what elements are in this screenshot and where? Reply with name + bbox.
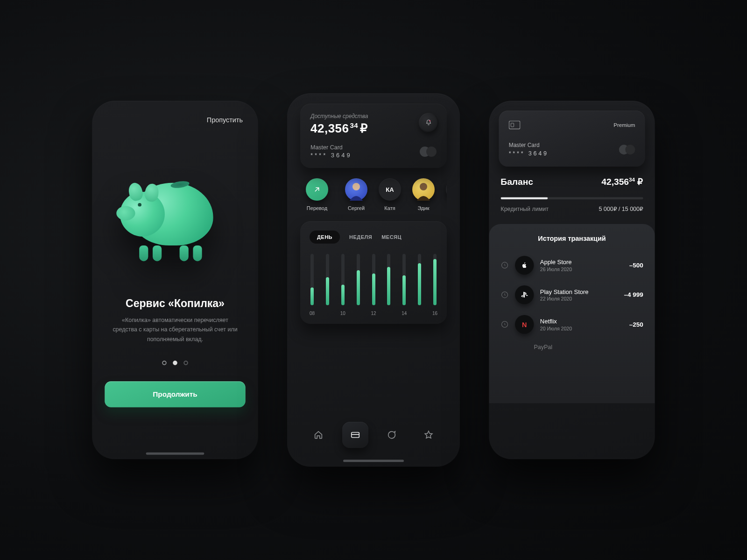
transactions-panel: История транзакций Apple Store26 Июля 20… [489,224,655,403]
merchant-icon [515,286,534,304]
credit-limit-value: 5 000₽ / 15 000₽ [599,206,643,212]
merchant-name: Apple Store [540,259,572,265]
nav-favorites[interactable] [416,422,442,448]
home-indicator[interactable] [343,460,404,462]
tab-day[interactable]: ДЕНЬ [310,231,340,244]
piggy-bank-illustration [105,145,245,288]
bar: 14 [402,254,407,316]
contact-avatar[interactable]: Эдик [407,178,440,211]
page-dots[interactable] [105,361,245,365]
mastercard-icon [420,147,437,157]
card-number-masked: **** 3649 [310,152,352,159]
transaction-amount: –4 999 [624,291,643,298]
bar: 16 [432,254,437,316]
mastercard-icon [619,145,635,154]
transaction-row[interactable]: NNetflix20 Июля 2020–250 [500,309,643,339]
home-icon [313,430,324,440]
card-brand: Master Card [310,144,352,151]
merchant-name: Netflix [540,318,572,324]
home-indicator[interactable] [146,453,204,455]
bar [418,254,421,316]
bar: 08 [310,254,315,316]
available-funds-card: Доступные средства 42,35634₽ Master Card… [300,104,447,168]
period-tabs: ДЕНЬ НЕДЕЛЯ МЕСЯЦ [310,231,437,244]
spending-chart-card: ДЕНЬ НЕДЕЛЯ МЕСЯЦ 0810121416 [300,221,447,324]
transaction-row[interactable]: Apple Store26 Июля 2020–500 [500,251,643,280]
star-icon [423,430,434,440]
svg-rect-6 [511,123,514,127]
onboarding-screen: Пропустить Сервис «Копилка» «Копилка» ав… [92,101,258,459]
balance-label: Баланс [500,177,533,187]
transaction-date: 20 Июля 2020 [540,325,572,331]
continue-button[interactable]: Продолжить [105,381,245,407]
onboarding-description: «Копилка» автоматически перечисляет сред… [105,316,245,344]
tab-month[interactable]: МЕСЯЦ [381,234,402,240]
arrow-up-right-icon [306,178,328,201]
clock-icon [500,291,508,299]
transaction-row[interactable]: Play Station Store22 Июля 2020–4 999 [500,280,643,309]
card-tier: Premium [613,122,635,128]
credit-limit-label: Кредитный лимит [500,206,549,212]
merchant-icon [515,256,534,274]
bar [387,254,390,316]
balance-amount: 42,35634 ₽ [601,176,643,187]
merchant-name: Play Station Store [540,288,589,295]
svg-rect-3 [352,433,359,438]
dashboard-screen: Доступные средства 42,35634₽ Master Card… [287,93,460,467]
contact-avatar[interactable]: Сергей [339,178,373,211]
bar-chart: 0810121416 [310,256,437,316]
onboarding-title: Сервис «Копилка» [105,297,245,309]
transactions-title: История транзакций [500,235,643,242]
transaction-amount: –500 [629,262,643,269]
clock-icon [500,261,508,269]
nav-chat[interactable] [379,422,405,448]
svg-point-1 [352,183,360,190]
credit-card[interactable]: Premium Master Card **** 3649 [499,111,645,167]
funds-label: Доступные средства [310,113,437,119]
notifications-button[interactable] [419,113,438,133]
quick-contacts: Перевод Сергей КА Катя Эдик ЮЧ [300,178,447,211]
svg-point-2 [420,183,427,190]
chip-icon [509,120,521,129]
card-number-masked: **** 3649 [509,150,549,157]
tab-week[interactable]: НЕДЕЛЯ [349,234,372,240]
svg-point-0 [429,120,430,122]
bar: 10 [340,254,345,316]
card-brand: Master Card [509,142,549,148]
bottom-nav [300,422,447,448]
nav-home[interactable] [305,422,331,448]
skip-link[interactable]: Пропустить [207,116,243,124]
transaction-row-more[interactable]: PayPal [500,339,643,350]
bar: 12 [371,254,376,316]
chat-icon [387,430,397,440]
contact-avatar[interactable]: ЮЧ Юлия [440,178,447,211]
card-icon [350,430,360,440]
transaction-date: 22 Июля 2020 [540,296,589,301]
merchant-icon: N [515,315,534,334]
clock-icon [500,320,508,328]
bar [326,254,329,316]
transaction-amount: –250 [629,321,643,328]
contact-avatar[interactable]: КА Катя [373,178,407,211]
bar [357,254,360,316]
bell-icon [425,119,432,126]
credit-limit-bar [500,197,643,199]
transfer-button[interactable]: Перевод [300,178,334,211]
funds-amount: 42,35634₽ [310,121,437,136]
balance-screen: Premium Master Card **** 3649 Баланс 42,… [489,101,655,459]
transaction-date: 26 Июля 2020 [540,266,572,272]
nav-cards[interactable] [342,422,368,448]
